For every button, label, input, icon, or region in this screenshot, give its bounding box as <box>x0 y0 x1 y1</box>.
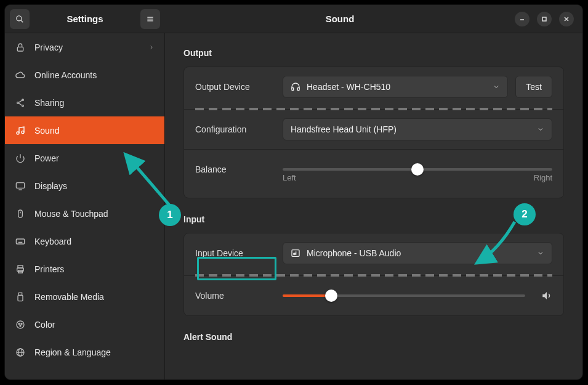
svg-point-34 <box>21 323 22 324</box>
sidebar-item-mouse-touchpad[interactable]: Mouse & Touchpad <box>5 200 164 227</box>
page-title: Sound <box>165 14 515 24</box>
svg-line-13 <box>18 100 22 102</box>
balance-right-label: Right <box>534 173 552 182</box>
sidebar-item-sound[interactable]: Sound <box>5 116 164 144</box>
svg-rect-17 <box>16 182 24 188</box>
output-device-dropdown[interactable]: Headset - WH-CH510 <box>283 76 508 98</box>
svg-rect-21 <box>16 239 24 244</box>
sidebar-item-power[interactable]: Power <box>5 144 164 172</box>
sidebar-item-label: Printers <box>34 264 64 274</box>
test-button[interactable]: Test <box>515 76 552 98</box>
chevron-down-icon <box>537 249 544 257</box>
search-icon <box>15 15 24 23</box>
power-icon <box>15 153 26 164</box>
globe-icon <box>15 347 26 358</box>
display-icon <box>15 180 26 192</box>
mouse-icon <box>15 208 26 219</box>
svg-point-32 <box>17 321 24 328</box>
svg-point-11 <box>17 102 19 103</box>
hamburger-icon <box>146 15 155 23</box>
svg-rect-19 <box>18 210 23 217</box>
output-level-meter <box>195 108 552 110</box>
sidebar-item-online-accounts[interactable]: Online Accounts <box>5 61 164 89</box>
color-icon <box>15 319 26 330</box>
svg-rect-39 <box>292 87 294 91</box>
svg-rect-9 <box>17 47 23 51</box>
output-section-title: Output <box>183 48 564 58</box>
cloud-icon <box>15 70 26 81</box>
svg-rect-40 <box>297 87 299 91</box>
usb-icon <box>15 291 26 302</box>
sidebar-item-displays[interactable]: Displays <box>5 172 164 200</box>
hamburger-button[interactable] <box>140 9 160 29</box>
sidebar-item-region-language[interactable]: Region & Language <box>5 338 164 366</box>
content-area: Output Output Device Headset - WH-CH510 … <box>165 33 582 379</box>
input-section-title: Input <box>183 214 564 224</box>
close-icon <box>563 16 570 22</box>
svg-point-42 <box>294 253 296 255</box>
input-device-label: Input Device <box>195 248 269 258</box>
input-device-value: Microphone - USB Audio <box>307 248 401 258</box>
balance-slider[interactable]: Left Right <box>283 158 552 180</box>
volume-label: Volume <box>195 291 269 301</box>
minimize-button[interactable] <box>515 12 530 26</box>
alert-section-title: Alert Sound <box>183 332 564 342</box>
sidebar-item-label: Power <box>34 153 59 163</box>
balance-label: Balance <box>195 164 269 174</box>
sidebar-item-keyboard[interactable]: Keyboard <box>5 227 164 255</box>
app-title: Settings <box>34 14 135 24</box>
configuration-dropdown[interactable]: Handsfree Head Unit (HFP) <box>283 118 552 140</box>
output-device-value: Headset - WH-CH510 <box>307 82 390 92</box>
sidebar-item-sharing[interactable]: Sharing <box>5 89 164 116</box>
svg-rect-6 <box>542 17 546 21</box>
sidebar-item-label: Removable Media <box>34 292 104 302</box>
svg-point-16 <box>22 131 24 133</box>
sidebar-item-label: Sharing <box>34 98 64 108</box>
share-icon <box>15 97 26 108</box>
svg-point-10 <box>22 99 24 101</box>
sidebar-item-label: Region & Language <box>34 347 111 357</box>
chevron-down-icon <box>493 83 500 91</box>
lock-icon <box>15 42 26 53</box>
sidebar-item-label: Displays <box>34 181 67 191</box>
sidebar-item-label: Sound <box>34 126 59 136</box>
svg-point-35 <box>20 325 21 326</box>
keyboard-icon <box>15 236 26 247</box>
music-icon <box>15 125 26 136</box>
volume-slider[interactable] <box>283 285 525 307</box>
svg-line-1 <box>21 20 23 22</box>
svg-point-12 <box>22 105 24 107</box>
input-level-meter <box>195 274 552 277</box>
sidebar-item-removable-media[interactable]: Removable Media <box>5 283 164 310</box>
chevron-right-icon <box>148 44 155 51</box>
configuration-value: Handsfree Head Unit (HFP) <box>291 124 397 134</box>
close-button[interactable] <box>559 12 574 26</box>
minimize-icon <box>519 16 525 22</box>
sidebar-item-printers[interactable]: Printers <box>5 255 164 283</box>
sidebar-item-label: Mouse & Touchpad <box>34 209 108 219</box>
balance-left-label: Left <box>283 173 296 182</box>
headphones-icon <box>291 82 300 92</box>
input-device-dropdown[interactable]: Microphone - USB Audio <box>283 242 552 264</box>
svg-line-14 <box>18 103 22 105</box>
sidebar-item-label: Color <box>34 320 55 330</box>
svg-rect-31 <box>18 295 23 301</box>
configuration-label: Configuration <box>195 124 269 134</box>
speaker-icon <box>541 290 552 301</box>
sidebar-item-label: Privacy <box>34 43 63 52</box>
search-button[interactable] <box>10 9 30 29</box>
printer-icon <box>15 264 26 275</box>
sidebar: PrivacyOnline AccountsSharingSoundPowerD… <box>5 33 165 379</box>
output-panel: Output Device Headset - WH-CH510 Test Co… <box>183 67 564 198</box>
input-panel: Input Device Microphone - USB Audio Volu… <box>183 233 564 316</box>
svg-point-33 <box>18 323 20 324</box>
audio-card-icon <box>291 248 300 258</box>
sidebar-item-privacy[interactable]: Privacy <box>5 33 164 61</box>
svg-point-15 <box>17 132 19 134</box>
maximize-icon <box>541 16 547 22</box>
svg-point-0 <box>17 15 22 20</box>
sidebar-item-label: Online Accounts <box>34 70 97 80</box>
sidebar-item-label: Keyboard <box>34 237 71 246</box>
maximize-button[interactable] <box>537 12 552 26</box>
sidebar-item-color[interactable]: Color <box>5 310 164 338</box>
